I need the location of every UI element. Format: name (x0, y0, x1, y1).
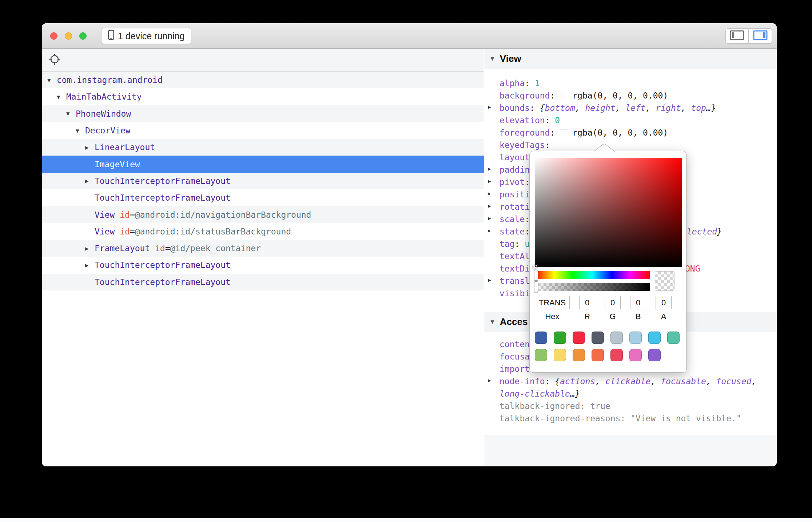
text-segment: { (555, 377, 560, 386)
property-row[interactable]: ▸node-info: {actions, clickable, focusab… (484, 377, 777, 389)
text-segment: id (120, 210, 130, 220)
palette-color-swatch[interactable] (592, 332, 604, 344)
text-segment: : (580, 401, 590, 411)
chevron-right-icon[interactable]: ▸ (85, 143, 95, 152)
palette-color-swatch[interactable] (554, 349, 566, 361)
chevron-down-icon[interactable]: ▾ (57, 93, 66, 101)
color-swatch-checkbox[interactable] (561, 92, 568, 99)
text-segment: , (650, 377, 661, 386)
property-row[interactable]: ▸bounds: {bottom, height, left, right, t… (484, 103, 777, 116)
expand-arrow-icon[interactable]: ▸ (488, 165, 491, 173)
tree-row[interactable]: TouchInterceptorFrameLayout (42, 189, 484, 206)
view-section-header[interactable]: ▼ View (484, 49, 777, 69)
text-segment: elevation (499, 116, 545, 125)
text-segment: View (95, 210, 120, 220)
tree-row[interactable]: TouchInterceptorFrameLayout (42, 274, 484, 290)
tree-row[interactable]: ▾DecorView (42, 122, 484, 139)
zoom-window-button[interactable] (79, 32, 87, 40)
text-segment: : (620, 414, 630, 423)
text-segment: lected (687, 227, 717, 236)
palette-color-swatch[interactable] (629, 332, 642, 344)
text-segment: "View is not visible." (630, 414, 741, 423)
tree-row[interactable]: ▾com.instagram.android (42, 72, 484, 88)
palette-color-swatch[interactable] (648, 349, 661, 361)
tree-row[interactable]: ▾MainTabActivity (42, 88, 484, 105)
minimize-window-button[interactable] (65, 32, 72, 40)
palette-color-swatch[interactable] (610, 349, 623, 361)
text-segment: : (550, 128, 560, 137)
text-segment: TouchInterceptorFrameLayout (95, 193, 231, 202)
tree-row[interactable]: View id=@android:id/navigationBarBackgro… (42, 206, 484, 223)
hue-slider-thumb[interactable] (534, 270, 538, 281)
phone-icon (108, 30, 114, 42)
text-segment: focusa (499, 352, 530, 361)
color-picker-popover: Hex R G B A (529, 151, 686, 373)
palette-color-swatch[interactable] (573, 349, 585, 361)
palette-color-swatch[interactable] (573, 332, 585, 344)
blue-input[interactable] (630, 296, 646, 309)
tree-row[interactable]: ▾PhoneWindow (42, 105, 484, 122)
saturation-value-gradient[interactable] (535, 158, 682, 267)
panel-footer (484, 435, 777, 466)
tree-row[interactable]: ▸TouchInterceptorFrameLayout (42, 173, 484, 189)
palette-color-swatch[interactable] (667, 332, 680, 344)
expand-arrow-icon[interactable]: ▸ (488, 276, 491, 284)
palette-color-swatch[interactable] (535, 332, 547, 344)
hue-slider[interactable] (535, 271, 650, 279)
inspect-target-icon[interactable] (48, 53, 61, 67)
palette-color-swatch[interactable] (535, 349, 547, 361)
text-segment: FrameLayout (95, 244, 155, 253)
expand-arrow-icon[interactable]: ▸ (488, 190, 491, 197)
expand-arrow-icon[interactable]: ▸ (488, 377, 491, 384)
tree-row[interactable]: ImageView (42, 156, 484, 172)
view-hierarchy-tree: ▾com.instagram.android▾MainTabActivity▾P… (42, 72, 484, 290)
chevron-right-icon[interactable]: ▸ (85, 177, 95, 185)
occluded-value-fragment: lected} (687, 227, 722, 236)
accessibility-section-title: Acces (500, 316, 528, 328)
chevron-down-icon[interactable]: ▾ (66, 109, 76, 118)
alpha-input[interactable] (656, 296, 672, 309)
expand-arrow-icon[interactable]: ▸ (488, 103, 491, 111)
close-window-button[interactable] (50, 32, 57, 40)
chevron-down-icon[interactable]: ▾ (47, 76, 57, 84)
text-segment: textDi (499, 264, 530, 273)
expand-arrow-icon[interactable]: ▸ (488, 214, 491, 222)
toggle-right-panel-button[interactable] (749, 28, 772, 44)
alpha-slider-thumb[interactable] (534, 281, 538, 292)
text-segment: } (717, 227, 722, 236)
text-segment: : (530, 103, 540, 113)
tree-row[interactable]: ▸FrameLayout id=@id/peek_container (42, 240, 484, 257)
chevron-right-icon[interactable]: ▸ (85, 244, 95, 253)
text-segment: @id/peek_container (170, 244, 261, 253)
expand-arrow-icon[interactable]: ▸ (488, 227, 491, 234)
expand-arrow-icon[interactable]: ▸ (488, 202, 491, 210)
text-segment: right (656, 103, 681, 113)
toggle-left-panel-button[interactable] (725, 28, 749, 44)
text-segment: TouchInterceptorFrameLayout (95, 260, 231, 270)
expand-arrow-icon[interactable]: ▸ (488, 177, 491, 185)
alpha-gradient (535, 283, 650, 291)
device-running-button[interactable]: 1 device running (101, 28, 191, 44)
text-segment: = (165, 244, 170, 253)
chevron-right-icon[interactable]: ▸ (85, 261, 95, 269)
text-segment: talkback-ignored-reasons (499, 414, 620, 423)
tree-row[interactable]: ▸TouchInterceptorFrameLayout (42, 257, 484, 273)
palette-color-swatch[interactable] (610, 332, 623, 344)
property-row: talkback-ignored: true (484, 401, 777, 414)
chevron-down-icon[interactable]: ▾ (76, 127, 85, 135)
text-segment: node-info (499, 377, 545, 386)
palette-color-swatch[interactable] (648, 332, 661, 344)
tree-row[interactable]: View id=@android:id/statusBarBackground (42, 223, 484, 240)
palette-color-swatch[interactable] (629, 349, 642, 361)
text-segment: View (95, 227, 120, 236)
color-marker[interactable] (533, 265, 537, 269)
tree-row[interactable]: ▸LinearLayout (42, 139, 484, 156)
alpha-slider[interactable] (535, 283, 650, 291)
green-input[interactable] (605, 296, 621, 309)
color-swatch-checkbox[interactable] (561, 129, 568, 136)
palette-color-swatch[interactable] (554, 332, 566, 344)
text-segment: id (120, 227, 130, 236)
palette-color-swatch[interactable] (592, 349, 604, 361)
red-input[interactable] (579, 296, 595, 309)
hex-input[interactable] (535, 296, 570, 309)
